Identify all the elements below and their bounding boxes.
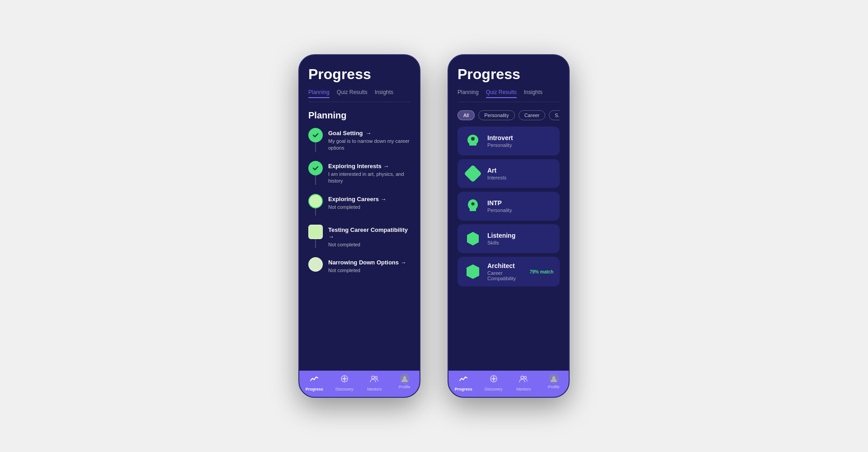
bottom-nav-2: Progress Discovery Mentors Profile bbox=[448, 371, 569, 397]
timeline-line-3 bbox=[315, 208, 316, 216]
tab-quiz-results-2[interactable]: Quiz Results bbox=[486, 89, 517, 98]
narrowing-text: Not completed bbox=[328, 267, 410, 274]
narrowing-heading: Narrowing Down Options → bbox=[328, 259, 410, 266]
architect-icon bbox=[464, 263, 482, 281]
nav-discovery-2[interactable]: Discovery bbox=[479, 374, 509, 391]
timeline: Goal Setting → My goal is to narrow down… bbox=[308, 128, 410, 371]
timeline-icon-goal bbox=[308, 128, 323, 142]
mentors-icon-2 bbox=[519, 374, 528, 386]
tab-planning-2[interactable]: Planning bbox=[458, 89, 479, 98]
nav-progress-2[interactable]: Progress bbox=[448, 374, 479, 391]
page-title-1: Progress bbox=[308, 66, 410, 83]
nav-label-discovery-2: Discovery bbox=[485, 387, 503, 391]
tab-planning[interactable]: Planning bbox=[308, 89, 330, 98]
result-card-introvert[interactable]: Introvert Personality bbox=[458, 127, 560, 155]
filter-personality[interactable]: Personality bbox=[478, 110, 514, 120]
tabs-1: Planning Quiz Results Insights bbox=[308, 89, 410, 102]
svg-marker-8 bbox=[467, 264, 479, 279]
timeline-item-narrowing: Narrowing Down Options → Not completed bbox=[308, 257, 410, 274]
filter-all[interactable]: All bbox=[458, 110, 475, 120]
careers-text: Not completed bbox=[328, 204, 410, 211]
goal-text: My goal is to narrow down my career opti… bbox=[328, 138, 410, 152]
introvert-icon bbox=[464, 132, 482, 150]
timeline-icon-interests bbox=[308, 161, 323, 175]
timeline-item-goal: Goal Setting → My goal is to narrow down… bbox=[308, 128, 410, 152]
svg-point-11 bbox=[524, 377, 527, 379]
filter-row: All Personality Career S... bbox=[458, 110, 560, 120]
timeline-line-1 bbox=[315, 142, 316, 152]
nav-label-mentors-2: Mentors bbox=[516, 387, 531, 391]
careers-heading: Exploring Careers → bbox=[328, 196, 410, 202]
phone-quiz-results: Progress Planning Quiz Results Insights … bbox=[448, 54, 570, 398]
profile-avatar-2 bbox=[549, 374, 558, 383]
discovery-icon-1 bbox=[340, 374, 349, 386]
intp-subtitle: Personality bbox=[487, 207, 553, 213]
nav-label-mentors-1: Mentors bbox=[367, 387, 382, 391]
nav-progress-1[interactable]: Progress bbox=[299, 374, 330, 391]
architect-title: Architect bbox=[487, 262, 524, 269]
progress-icon bbox=[310, 374, 319, 386]
svg-marker-7 bbox=[467, 232, 479, 245]
timeline-item-careers: Exploring Careers → Not completed bbox=[308, 194, 410, 216]
listening-title: Listening bbox=[487, 232, 553, 239]
introvert-title: Introvert bbox=[487, 134, 553, 141]
tab-quiz-results[interactable]: Quiz Results bbox=[337, 89, 368, 98]
profile-avatar-1 bbox=[400, 374, 409, 383]
result-card-art[interactable]: Art Interests bbox=[458, 159, 560, 188]
nav-label-profile-1: Profile bbox=[399, 385, 410, 389]
progress-icon-2 bbox=[459, 374, 468, 386]
phone-planning: Progress Planning Quiz Results Insights … bbox=[298, 54, 420, 398]
filter-skills[interactable]: S... bbox=[549, 110, 560, 120]
interests-text: I am interested in art, physics, and his… bbox=[328, 171, 410, 185]
section-title-planning: Planning bbox=[308, 110, 410, 121]
nav-discovery-1[interactable]: Discovery bbox=[330, 374, 360, 391]
listening-subtitle: Skills bbox=[487, 240, 553, 245]
interests-heading: Exploring Interests → bbox=[328, 163, 410, 170]
svg-point-1 bbox=[372, 376, 374, 379]
nav-label-progress-2: Progress bbox=[455, 387, 472, 391]
timeline-icon-compatibility bbox=[308, 225, 323, 239]
svg-point-5 bbox=[471, 137, 475, 141]
svg-point-6 bbox=[472, 202, 475, 206]
nav-mentors-1[interactable]: Mentors bbox=[359, 374, 390, 391]
art-icon bbox=[464, 165, 482, 183]
nav-profile-2[interactable]: Profile bbox=[539, 374, 569, 391]
timeline-item-interests: Exploring Interests → I am interested in… bbox=[308, 161, 410, 185]
tab-insights[interactable]: Insights bbox=[375, 89, 393, 98]
svg-point-10 bbox=[521, 376, 524, 379]
nav-profile-1[interactable]: Profile bbox=[390, 374, 420, 391]
result-card-architect[interactable]: Architect Career Compatibility 79% match bbox=[458, 257, 560, 287]
timeline-icon-narrowing bbox=[308, 257, 323, 272]
timeline-icon-careers bbox=[308, 194, 323, 208]
svg-point-2 bbox=[375, 377, 377, 379]
filter-career[interactable]: Career bbox=[519, 110, 546, 120]
intp-icon bbox=[464, 197, 482, 215]
architect-badge: 79% match bbox=[530, 269, 553, 274]
page-title-2: Progress bbox=[458, 66, 560, 83]
goal-heading: Goal Setting → bbox=[328, 130, 410, 137]
tabs-2: Planning Quiz Results Insights bbox=[458, 89, 560, 102]
bottom-nav-1: Progress Discovery Mentors Profile bbox=[299, 371, 420, 397]
architect-subtitle: Career Compatibility bbox=[487, 270, 524, 281]
compatibility-text: Not completed bbox=[328, 241, 410, 248]
timeline-line-2 bbox=[315, 175, 316, 185]
intp-title: INTP bbox=[487, 199, 553, 207]
mentors-icon-1 bbox=[370, 374, 379, 386]
result-card-intp[interactable]: INTP Personality bbox=[458, 192, 560, 221]
timeline-item-compatibility: Testing Career Compatibility → Not compl… bbox=[308, 225, 410, 248]
tab-insights-2[interactable]: Insights bbox=[524, 89, 542, 98]
timeline-line-4 bbox=[315, 239, 316, 248]
nav-label-progress-1: Progress bbox=[306, 387, 323, 391]
nav-label-profile-2: Profile bbox=[548, 385, 560, 389]
discovery-icon-2 bbox=[489, 374, 498, 386]
result-cards: Introvert Personality Art Interests bbox=[458, 127, 560, 371]
art-subtitle: Interests bbox=[487, 175, 553, 180]
listening-icon bbox=[464, 230, 482, 248]
art-title: Art bbox=[487, 167, 553, 174]
introvert-subtitle: Personality bbox=[487, 142, 553, 148]
nav-mentors-2[interactable]: Mentors bbox=[509, 374, 539, 391]
result-card-listening[interactable]: Listening Skills bbox=[458, 224, 560, 253]
nav-label-discovery-1: Discovery bbox=[335, 387, 354, 391]
compatibility-heading: Testing Career Compatibility → bbox=[328, 226, 410, 240]
